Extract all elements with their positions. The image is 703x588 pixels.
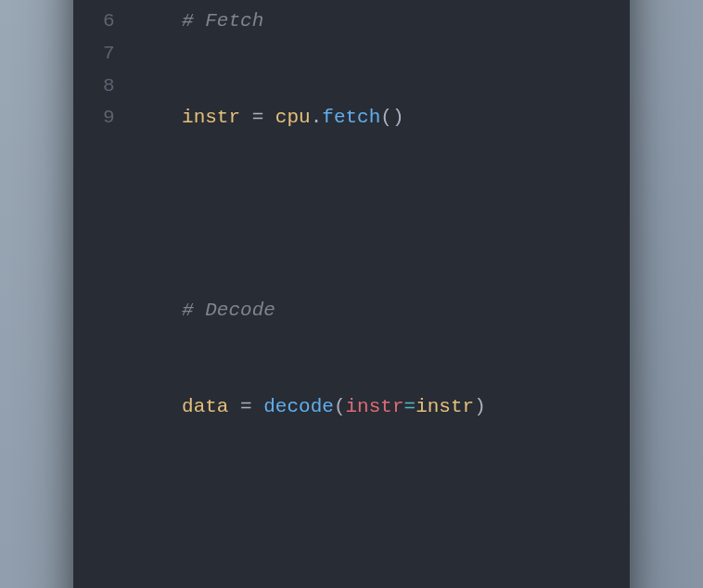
indent [135, 10, 182, 32]
token-comment: # Fetch [182, 10, 263, 32]
token-variable: data [182, 396, 228, 417]
code-line: instr = cpu.fetch() [135, 102, 486, 134]
token-punct: () [380, 107, 403, 128]
token-comment: # Decode [182, 300, 275, 321]
token-variable: instr [415, 396, 474, 417]
token-function: fetch [322, 107, 380, 128]
code-area: 1 2 3 4 5 6 7 8 9 while not cpu.finished… [103, 0, 600, 588]
line-number: 7 [103, 38, 115, 70]
token-punct: ( [334, 396, 346, 417]
code-line: # Fetch [135, 6, 486, 38]
token-function: decode [263, 396, 334, 417]
token-punct: = [228, 396, 263, 417]
indent [135, 107, 182, 128]
token-punct: . [311, 107, 323, 128]
token-punct: = [240, 107, 275, 128]
token-variable: cpu [275, 107, 311, 128]
indent [135, 300, 182, 321]
code-editor-window: 1 2 3 4 5 6 7 8 9 while not cpu.finished… [73, 0, 630, 588]
code-line: data = decode(instr=instr) [135, 391, 486, 424]
indent [135, 396, 182, 417]
line-number: 9 [103, 102, 115, 134]
code-line [135, 488, 486, 520]
token-punct: ) [474, 396, 486, 417]
code-line [135, 198, 486, 231]
line-number: 8 [103, 70, 115, 103]
line-number: 6 [103, 6, 115, 38]
code-content[interactable]: while not cpu.finished(): # Fetch instr … [135, 0, 486, 588]
token-variable: instr [182, 107, 240, 128]
token-param: instr [346, 396, 404, 417]
token-operator: = [404, 396, 416, 417]
code-line: # Execute [135, 584, 486, 588]
code-line: # Decode [135, 295, 486, 327]
line-number-gutter: 1 2 3 4 5 6 7 8 9 [103, 0, 135, 588]
